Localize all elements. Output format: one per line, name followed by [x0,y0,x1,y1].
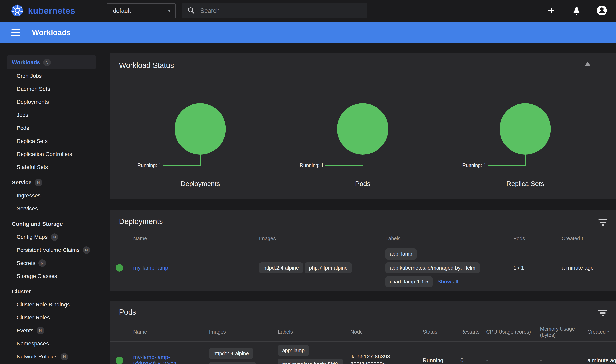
sidebar-item-service[interactable]: Service N [0,176,103,189]
created-timestamp: a minute ago [587,357,616,364]
cpu-usage-cell: - [486,357,540,364]
search-input[interactable] [200,7,362,14]
sidebar-item-cluster-roles[interactable]: Cluster Roles [0,311,103,324]
bell-icon [572,6,581,16]
column-header-status: Status [423,327,460,337]
deployments-table-header: Name Images Labels Pods Created↑ [110,232,616,245]
chevron-down-icon: ▾ [168,8,170,14]
workload-status-card: Workload Status Running: 1 Deployments [110,53,616,199]
pie-chart-title: Pods [282,180,444,188]
deployments-card: Deployments Name Images Labels Pods Crea… [110,210,616,291]
image-chip: php:7-fpm-alpine [209,362,256,364]
sidebar-item-config-maps[interactable]: Config Maps N [0,231,103,244]
replica-sets-pie-chart: Running: 1 Replica Sets [444,103,606,190]
label-chip: pod-template-hash: 5fd985cf68 [278,359,343,364]
labels-cell: app: lamp pod-template-hash: 5fd985cf68 [278,345,351,364]
sidebar-item-deployments[interactable]: Deployments [0,96,103,109]
sidebar-item-workloads[interactable]: Workloads N [7,55,96,69]
sidebar-item-daemon-sets[interactable]: Daemon Sets [0,82,103,96]
column-header-images: Images [209,327,278,337]
collapse-card-icon[interactable] [585,62,590,65]
deployments-pie-chart: Running: 1 Deployments [119,103,282,190]
namespaced-badge: N [43,59,51,66]
column-header-name[interactable]: Name [133,234,259,244]
running-status-dot-icon [116,264,123,272]
sidebar-item-replica-sets[interactable]: Replica Sets [0,135,103,148]
pie-chart-title: Replica Sets [444,180,606,188]
sidebar-item-events[interactable]: Events N [0,324,103,337]
pie-legend: Running: 1 [137,162,161,168]
create-resource-button[interactable]: + [545,5,558,17]
column-header-node: Node [351,327,423,337]
plus-icon: + [548,4,555,16]
sidebar-item-persistent-volume-claims[interactable]: Persistent Volume Claims N [0,244,103,257]
filter-icon[interactable] [598,310,607,318]
label-chip: app: lamp [385,248,417,260]
status-cell: Running [423,357,460,364]
sidebar-item-namespaces[interactable]: Namespaces [0,337,103,350]
sidebar-item-ingresses[interactable]: Ingresses [0,189,103,202]
pods-pie-chart: Running: 1 Pods [282,103,444,190]
main-content: Workload Status Running: 1 Deployments [103,43,616,364]
card-title: Deployments [110,217,616,226]
page-title: Workloads [32,28,71,37]
image-chip: php:7-fpm-alpine [305,262,352,273]
sidebar-item-pods[interactable]: Pods [0,122,103,135]
sidebar-item-cron-jobs[interactable]: Cron Jobs [0,69,103,82]
column-header-images: Images [259,234,385,244]
sidebar-item-replication-controllers[interactable]: Replication Controllers [0,148,103,161]
search-bar[interactable] [182,3,367,18]
pie-legend: Running: 1 [462,162,486,168]
table-row: my-lamp-lamp-5fd985cf68-jwvz4 httpd:2.4-… [110,342,616,364]
namespace-selector[interactable]: default ▾ [107,3,176,18]
label-chip: chart: lamp-1.1.5 [385,276,433,287]
sort-ascending-icon: ↑ [607,329,609,335]
brand[interactable]: kubernetes [11,4,93,18]
pods-count-cell: 1 / 1 [513,265,562,271]
notifications-button[interactable] [570,5,583,17]
sort-ascending-icon: ↑ [581,235,584,241]
deployment-name-link[interactable]: my-lamp-lamp [133,265,168,271]
column-header-created[interactable]: Created↑ [587,327,616,337]
pods-table-header: Name Images Labels Node Status Restarts … [110,323,616,342]
pie-chart-title: Deployments [119,180,282,188]
menu-toggle-button[interactable] [12,28,20,38]
pod-name-link[interactable]: my-lamp-lamp-5fd985cf68-jwvz4 [133,354,176,364]
sidebar-section-cluster: Cluster [0,285,103,298]
kubernetes-logo-icon [11,4,24,18]
sidebar-item-cluster-role-bindings[interactable]: Cluster Role Bindings [0,298,103,311]
card-title: Pods [110,308,616,316]
labels-cell: app: lamp app.kubernetes.io/managed-by: … [385,248,513,287]
restarts-cell: 0 [460,357,486,364]
filter-icon[interactable] [598,219,607,227]
sidebar-nav: Workloads N Cron Jobs Daemon Sets Deploy… [0,43,103,364]
column-header-name[interactable]: Name [133,327,209,337]
memory-usage-cell: - [540,357,587,364]
sidebar-item-services[interactable]: Services [0,202,103,215]
namespaced-badge: N [61,353,68,361]
image-chip: httpd:2.4-alpine [209,348,253,359]
column-header-created[interactable]: Created↑ [562,234,616,244]
column-header-labels: Labels [385,234,513,244]
account-avatar-icon [596,5,607,17]
pie-legend: Running: 1 [300,162,324,168]
sidebar-item-stateful-sets[interactable]: Stateful Sets [0,161,103,174]
sidebar-item-network-policies[interactable]: Network Policies N [0,350,103,363]
hamburger-icon [12,29,20,30]
show-all-link[interactable]: Show all [437,279,458,285]
pie-slice-running [337,103,388,155]
namespaced-badge: N [39,259,46,267]
namespaced-badge: N [37,327,44,334]
namespaced-badge: N [35,179,42,186]
sidebar-item-storage-classes[interactable]: Storage Classes [0,270,103,283]
column-header-restarts: Restarts [460,327,486,337]
images-cell: httpd:2.4-alpine php:7-fpm-alpine [259,262,385,273]
table-row: my-lamp-lamp httpd:2.4-alpine php:7-fpm-… [110,245,616,291]
images-cell: httpd:2.4-alpine php:7-fpm-alpine [209,346,278,364]
sidebar-item-secrets[interactable]: Secrets N [0,257,103,270]
account-button[interactable] [595,5,608,17]
sidebar-item-jobs[interactable]: Jobs [0,109,103,122]
column-header-cpu-usage: CPU Usage (cores) [486,327,540,337]
column-header-memory-usage: Memory Usage (bytes) [540,324,587,340]
workload-status-charts: Running: 1 Deployments Running: 1 Pods [119,103,606,190]
